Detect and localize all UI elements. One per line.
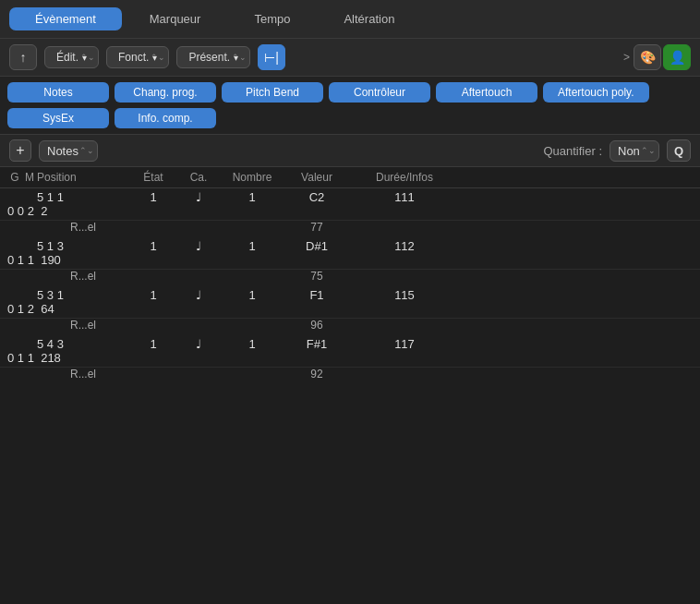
sub-row-3: R...el 96: [0, 319, 700, 335]
quantifier-row: + Notes Quantifier : Non Q: [0, 135, 700, 167]
table-row[interactable]: 5 1 3 1 ♩ 1 D#1 112 0 1 1 190: [0, 237, 700, 270]
cell-etat-4: 1: [129, 337, 177, 351]
sub-label-3: R...el: [37, 319, 129, 332]
cell-ca-3: 1: [220, 288, 284, 302]
func-button[interactable]: Fonct. ▾: [106, 46, 169, 68]
col-ca: Ca.: [177, 171, 220, 184]
filter-controleur[interactable]: Contrôleur: [329, 82, 430, 103]
cell-duree-4: 0 1 1 218: [7, 351, 22, 365]
sub-row-2: R...el 75: [0, 270, 700, 286]
cell-etat-2: 1: [129, 239, 177, 253]
col-valeur: Valeur: [284, 171, 349, 184]
cell-valeur-3: 115: [349, 288, 460, 302]
tab-evenement[interactable]: Évènement: [9, 7, 122, 30]
cell-ca-2: 1: [220, 239, 284, 253]
palette-group: > 🎨 👤: [623, 44, 691, 70]
palette-button[interactable]: 🎨: [634, 44, 661, 70]
sub-label-4: R...el: [37, 368, 129, 381]
filter-info-comp[interactable]: Info. comp.: [115, 108, 216, 128]
sub-valeur-4: 92: [284, 368, 349, 381]
cell-note-icon-2: ♩: [177, 239, 220, 253]
cell-valeur-2: 112: [349, 239, 460, 253]
notes-select[interactable]: Notes: [39, 140, 98, 162]
present-button[interactable]: Présent. ▾: [176, 46, 250, 68]
sub-row-1: R...el 77: [0, 221, 700, 237]
notes-select-wrapper: Notes: [39, 140, 98, 162]
table-row[interactable]: 5 1 1 1 ♩ 1 C2 111 0 0 2 2: [0, 188, 700, 221]
cell-nombre-1: C2: [284, 190, 349, 204]
col-nombre: Nombre: [220, 171, 284, 184]
tab-marqueur[interactable]: Marqueur: [124, 7, 227, 30]
quantifier-label: Quantifier :: [543, 144, 602, 158]
main-container: Évènement Marqueur Tempo Altération ↑ Éd…: [0, 0, 700, 604]
midi-align-button[interactable]: ⊢|: [258, 44, 285, 70]
cell-duree-2: 0 1 1 190: [7, 253, 22, 267]
tab-bar: Évènement Marqueur Tempo Altération: [0, 0, 700, 39]
back-button[interactable]: ↑: [9, 44, 37, 70]
cell-position-3: 5 3 1: [37, 288, 129, 302]
filter-sysex[interactable]: SysEx: [7, 108, 109, 128]
filter-aftertouch-poly[interactable]: Aftertouch poly.: [543, 82, 649, 103]
sub-valeur-3: 96: [284, 319, 349, 332]
table-body[interactable]: 5 1 1 1 ♩ 1 C2 111 0 0 2 2 R...el 77 5 1…: [0, 188, 700, 604]
cell-duree-3: 0 1 2 64: [7, 302, 22, 316]
cell-nombre-2: D#1: [284, 239, 349, 253]
table-row[interactable]: 5 3 1 1 ♩ 1 F1 115 0 1 2 64: [0, 286, 700, 319]
non-select-wrapper: Non: [609, 140, 659, 162]
tab-alteration[interactable]: Altération: [318, 7, 420, 30]
cell-position-1: 5 1 1: [37, 190, 129, 204]
col-m: M: [22, 171, 37, 184]
non-select[interactable]: Non: [609, 140, 659, 162]
sub-valeur-1: 77: [284, 221, 349, 234]
cell-valeur-4: 117: [349, 337, 460, 351]
table-row[interactable]: 5 4 3 1 ♩ 1 F#1 117 0 1 1 218: [0, 335, 700, 368]
cell-note-icon-3: ♩: [177, 288, 220, 302]
col-duree: Durée/Infos: [349, 171, 460, 184]
filter-pitch-bend[interactable]: Pitch Bend: [222, 82, 323, 103]
cell-position-2: 5 1 3: [37, 239, 129, 253]
event-table: G M Position État Ca. Nombre Valeur Duré…: [0, 167, 700, 604]
cell-note-icon-1: ♩: [177, 190, 220, 204]
filter-aftertouch[interactable]: Aftertouch: [436, 82, 537, 103]
cell-duree-1: 0 0 2 2: [7, 204, 22, 218]
edit-button[interactable]: Édit. ▾: [44, 46, 99, 68]
filter-bar: Notes Chang. prog. Pitch Bend Contrôleur…: [0, 77, 700, 135]
add-event-button[interactable]: +: [9, 139, 31, 162]
sub-valeur-2: 75: [284, 270, 349, 283]
cell-valeur-1: 111: [349, 190, 460, 204]
sub-row-4: R...el 92: [0, 368, 700, 384]
cell-etat-1: 1: [129, 190, 177, 204]
sub-label-1: R...el: [37, 221, 129, 234]
tab-tempo[interactable]: Tempo: [228, 7, 316, 30]
cell-note-icon-4: ♩: [177, 337, 220, 351]
col-position: Position: [37, 171, 129, 184]
cell-ca-4: 1: [220, 337, 284, 351]
user-icon-button[interactable]: 👤: [663, 44, 691, 70]
toolbar: ↑ Édit. ▾ Fonct. ▾ Présent. ▾ ⊢| > 🎨 👤: [0, 39, 700, 77]
col-etat: État: [129, 171, 177, 184]
cell-nombre-4: F#1: [284, 337, 349, 351]
col-g: G: [7, 171, 22, 184]
table-header: G M Position État Ca. Nombre Valeur Duré…: [0, 167, 700, 188]
q-button[interactable]: Q: [667, 139, 691, 162]
cell-position-4: 5 4 3: [37, 337, 129, 351]
cell-ca-1: 1: [220, 190, 284, 204]
sub-label-2: R...el: [37, 270, 129, 283]
filter-notes[interactable]: Notes: [7, 82, 109, 103]
filter-chang-prog[interactable]: Chang. prog.: [115, 82, 216, 103]
cell-etat-3: 1: [129, 288, 177, 302]
cell-nombre-3: F1: [284, 288, 349, 302]
